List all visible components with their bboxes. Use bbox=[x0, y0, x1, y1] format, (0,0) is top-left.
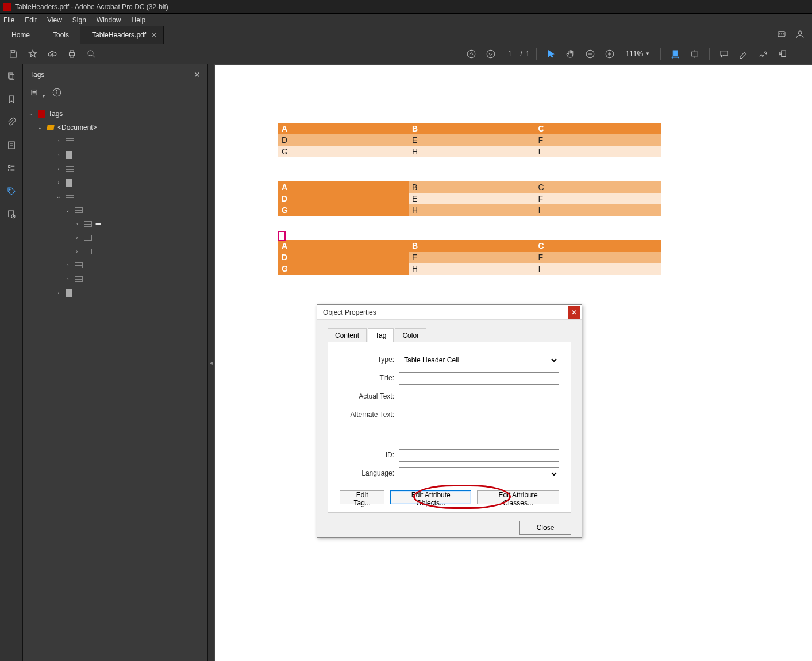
table-cell: G bbox=[278, 263, 409, 275]
language-select[interactable] bbox=[399, 467, 559, 480]
page-current-input[interactable] bbox=[503, 49, 517, 59]
notification-icon[interactable] bbox=[776, 29, 787, 41]
id-input[interactable] bbox=[399, 449, 559, 462]
tree-item[interactable]: › bbox=[23, 217, 207, 231]
tree-item[interactable]: › bbox=[23, 245, 207, 258]
zoom-out-icon[interactable] bbox=[583, 47, 598, 61]
accessibility-icon[interactable] bbox=[5, 208, 18, 221]
alternate-text-input[interactable] bbox=[399, 409, 559, 443]
order-panel-icon[interactable] bbox=[5, 162, 18, 175]
tab-close-icon[interactable]: × bbox=[152, 30, 156, 40]
tree-item[interactable]: › bbox=[23, 162, 207, 176]
svg-rect-18 bbox=[673, 51, 678, 56]
highlight-icon[interactable] bbox=[736, 47, 751, 61]
sign-icon[interactable] bbox=[756, 47, 771, 61]
svg-point-2 bbox=[781, 33, 782, 34]
menu-view[interactable]: View bbox=[47, 16, 62, 24]
content-panel-icon[interactable] bbox=[5, 139, 18, 152]
table-cell: H bbox=[409, 146, 534, 157]
actual-text-label: Actual Text: bbox=[340, 391, 394, 400]
zoom-in-icon[interactable] bbox=[602, 47, 617, 61]
table-cell: D bbox=[278, 134, 409, 146]
edit-attribute-classes-button[interactable]: Edit Attribute Classes... bbox=[477, 490, 559, 504]
actual-text-input[interactable] bbox=[399, 391, 559, 403]
table-cell: F bbox=[535, 252, 661, 263]
panel-collapse-handle[interactable] bbox=[208, 64, 214, 661]
type-label: Type: bbox=[340, 354, 394, 364]
menubar: File Edit View Sign Window Help bbox=[0, 14, 812, 26]
tree-item[interactable]: › bbox=[23, 148, 207, 162]
search-icon[interactable] bbox=[84, 47, 99, 61]
table-2: ABCDEFGHI bbox=[278, 181, 661, 216]
panel-info-icon[interactable] bbox=[52, 87, 62, 99]
page-sep: / bbox=[520, 50, 522, 58]
title-label: Title: bbox=[340, 372, 394, 382]
tree-document[interactable]: ⌄ <Document> bbox=[23, 121, 207, 134]
table-1: ABCDEFGHI bbox=[278, 123, 661, 157]
svg-rect-8 bbox=[70, 55, 74, 57]
table-cell: I bbox=[535, 263, 661, 275]
save-icon[interactable] bbox=[6, 47, 21, 61]
page-up-icon[interactable] bbox=[464, 47, 479, 61]
table-cell: E bbox=[409, 193, 534, 204]
menu-window[interactable]: Window bbox=[97, 16, 121, 24]
svg-point-4 bbox=[798, 31, 802, 34]
svg-line-10 bbox=[93, 55, 95, 57]
tags-panel-icon[interactable] bbox=[5, 185, 18, 198]
zoom-level[interactable]: 111%▼ bbox=[625, 50, 650, 58]
title-input[interactable] bbox=[399, 372, 559, 385]
tab-home[interactable]: Home bbox=[0, 26, 41, 44]
dialog-tab-color[interactable]: Color bbox=[395, 328, 426, 342]
svg-rect-28 bbox=[32, 90, 37, 95]
tree-item[interactable]: › bbox=[23, 176, 207, 190]
close-button[interactable]: Close bbox=[519, 521, 571, 535]
attachments-icon[interactable] bbox=[5, 116, 18, 129]
table-cell: H bbox=[409, 204, 534, 216]
fit-page-icon[interactable] bbox=[687, 47, 702, 61]
menu-help[interactable]: Help bbox=[132, 16, 146, 24]
menu-sign[interactable]: Sign bbox=[72, 16, 86, 24]
dialog-tab-content[interactable]: Content bbox=[328, 328, 367, 342]
tree-root[interactable]: ⌄ Tags bbox=[23, 107, 207, 121]
tree-item[interactable]: › bbox=[23, 286, 207, 300]
svg-point-12 bbox=[487, 50, 495, 58]
edit-attribute-objects-button[interactable]: Edit Attribute Objects... bbox=[390, 490, 471, 504]
tree-item[interactable]: › bbox=[23, 231, 207, 245]
svg-point-33 bbox=[56, 90, 57, 91]
selection-tool-icon[interactable] bbox=[544, 47, 559, 61]
dialog-tab-tag[interactable]: Tag bbox=[368, 328, 394, 342]
tree-item[interactable]: › bbox=[23, 272, 207, 286]
edit-tag-button[interactable]: Edit Tag... bbox=[340, 490, 384, 504]
bookmarks-icon[interactable] bbox=[5, 93, 18, 106]
tree-item[interactable]: › bbox=[23, 134, 207, 148]
tree-item[interactable]: ⌄ bbox=[23, 203, 207, 217]
more-tools-icon[interactable] bbox=[775, 47, 790, 61]
tab-tools[interactable]: Tools bbox=[41, 26, 80, 44]
menu-edit[interactable]: Edit bbox=[25, 16, 37, 24]
page-indicator: / 1 bbox=[503, 49, 529, 59]
dialog-close-icon[interactable]: ✕ bbox=[568, 306, 580, 319]
table-cell: C bbox=[535, 181, 661, 193]
tree-item[interactable]: › bbox=[23, 258, 207, 272]
hand-tool-icon[interactable] bbox=[563, 47, 578, 61]
table-cell: A bbox=[278, 181, 409, 193]
print-icon[interactable] bbox=[64, 47, 79, 61]
cloud-icon[interactable] bbox=[45, 47, 60, 61]
page-down-icon[interactable] bbox=[483, 47, 498, 61]
signin-icon[interactable] bbox=[795, 29, 805, 41]
comment-icon[interactable] bbox=[717, 47, 732, 61]
tags-panel: Tags ✕ ▼ ⌄ Tags ⌄ <Document> ››››⌄⌄›››››… bbox=[23, 64, 208, 661]
star-icon[interactable] bbox=[25, 47, 40, 61]
menu-file[interactable]: File bbox=[3, 16, 14, 24]
svg-point-25 bbox=[9, 189, 10, 190]
fit-width-icon[interactable] bbox=[668, 47, 683, 61]
svg-rect-19 bbox=[692, 52, 698, 56]
type-select[interactable]: Table Header Cell bbox=[399, 354, 559, 366]
table-cell: H bbox=[409, 263, 534, 275]
panel-options-icon[interactable]: ▼ bbox=[30, 87, 46, 99]
panel-close-icon[interactable]: ✕ bbox=[194, 70, 201, 79]
tab-document[interactable]: TableHeaders.pdf × bbox=[80, 26, 164, 44]
svg-rect-20 bbox=[8, 73, 13, 78]
tree-item[interactable]: ⌄ bbox=[23, 190, 207, 203]
thumbnails-icon[interactable] bbox=[5, 70, 18, 83]
